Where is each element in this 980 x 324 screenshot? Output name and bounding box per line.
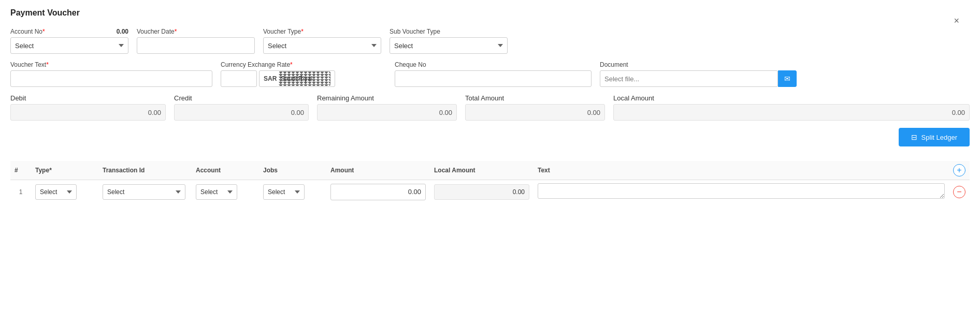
account-no-label: Account No*	[10, 28, 45, 35]
credit-value: 0.00	[174, 104, 309, 121]
local-amount-value: 0.00	[613, 104, 970, 121]
sub-voucher-type-label: Sub Voucher Type	[390, 28, 508, 35]
amount-cell	[326, 180, 430, 204]
currency-exchange-rate-input[interactable]: 1	[221, 70, 257, 87]
text-textarea-0[interactable]	[538, 183, 945, 199]
local-amount-group: Local Amount 0.00	[613, 94, 970, 121]
currency-select-wrap: SAR Saudi Riyal	[259, 70, 335, 87]
ledger-table: # Type* Transaction Id Account Jobs Amou…	[10, 161, 970, 203]
row-actions-cell: −	[949, 180, 970, 204]
account-cell: Select	[192, 180, 259, 204]
close-button[interactable]: ×	[954, 16, 959, 26]
split-ledger-button[interactable]: ⊟ Split Ledger	[899, 128, 970, 146]
remove-row-button-0[interactable]: −	[953, 186, 965, 198]
col-amount-header: Amount	[326, 161, 430, 180]
split-ledger-icon: ⊟	[911, 133, 917, 141]
remaining-amount-label: Remaining Amount	[317, 94, 457, 102]
debit-value: 0.00	[10, 104, 166, 121]
sub-voucher-type-group: Sub Voucher Type Select	[390, 28, 508, 54]
currency-exchange-rate-label: Currency Exchange Rate*	[221, 61, 386, 68]
upload-icon: ✉	[784, 75, 790, 83]
type-cell: Select	[31, 180, 98, 204]
row-number: 1	[10, 180, 31, 204]
transaction-id-cell: Select	[98, 180, 192, 204]
split-ledger-label: Split Ledger	[921, 134, 957, 141]
local-amount-label: Local Amount	[613, 94, 970, 102]
debit-group: Debit 0.00	[10, 94, 166, 121]
voucher-date-input[interactable]: 26-09-2020	[137, 37, 255, 54]
debit-label: Debit	[10, 94, 166, 102]
currency-exchange-rate-group: Currency Exchange Rate* 1 SAR Saudi Riya…	[221, 61, 386, 87]
col-num-header: #	[10, 161, 31, 180]
jobs-cell: Select	[259, 180, 326, 204]
voucher-text-group: Voucher Text*	[10, 61, 212, 87]
document-label: Document	[600, 61, 797, 68]
col-jobs-header: Jobs	[259, 161, 326, 180]
total-amount-group: Total Amount 0.00	[465, 94, 605, 121]
cheque-no-group: Cheque No	[395, 61, 592, 87]
local-amount-display-0: 0.00	[434, 184, 529, 200]
add-row-button[interactable]: +	[953, 164, 965, 176]
voucher-type-label: Voucher Type*	[263, 28, 381, 35]
credit-label: Credit	[174, 94, 309, 102]
sub-voucher-type-select[interactable]: Select	[390, 37, 508, 54]
credit-group: Credit 0.00	[174, 94, 309, 121]
type-select-0[interactable]: Select	[35, 184, 77, 200]
voucher-date-label: Voucher Date*	[137, 28, 255, 35]
page-title: Payment Voucher	[10, 8, 970, 18]
account-select-0[interactable]: Select	[196, 184, 237, 200]
document-file-input[interactable]	[600, 70, 778, 87]
jobs-select-0[interactable]: Select	[263, 184, 305, 200]
account-no-select[interactable]: Select	[10, 37, 128, 54]
total-amount-label: Total Amount	[465, 94, 605, 102]
voucher-type-select[interactable]: Select	[263, 37, 381, 54]
text-cell	[534, 180, 949, 204]
cheque-no-input[interactable]	[395, 70, 592, 87]
currency-code: SAR	[264, 75, 277, 82]
account-no-value: 0.00	[117, 28, 128, 35]
account-no-group: Account No* 0.00 Select	[10, 28, 128, 54]
amount-input-0[interactable]	[330, 184, 426, 200]
currency-select[interactable]: Saudi Riyal	[279, 71, 330, 86]
col-type-header: Type*	[31, 161, 98, 180]
remaining-amount-value: 0.00	[317, 104, 457, 121]
document-group: Document ✉	[600, 61, 797, 87]
col-account-header: Account	[192, 161, 259, 180]
voucher-text-input[interactable]	[10, 70, 212, 87]
col-local-amount-header: Local Amount	[430, 161, 534, 180]
col-transaction-id-header: Transaction Id	[98, 161, 192, 180]
cheque-no-label: Cheque No	[395, 61, 592, 68]
transaction-id-select-0[interactable]: Select	[103, 184, 185, 200]
col-text-header: Text	[534, 161, 949, 180]
total-amount-value: 0.00	[465, 104, 605, 121]
local-amount-cell: 0.00	[430, 180, 534, 204]
col-actions-header: +	[949, 161, 970, 180]
voucher-type-group: Voucher Type* Select	[263, 28, 381, 54]
remaining-amount-group: Remaining Amount 0.00	[317, 94, 457, 121]
voucher-date-group: Voucher Date* 26-09-2020	[137, 28, 255, 54]
table-row: 1 Select Select Select Select	[10, 180, 970, 204]
document-upload-button[interactable]: ✉	[778, 70, 797, 87]
voucher-text-label: Voucher Text*	[10, 61, 212, 68]
